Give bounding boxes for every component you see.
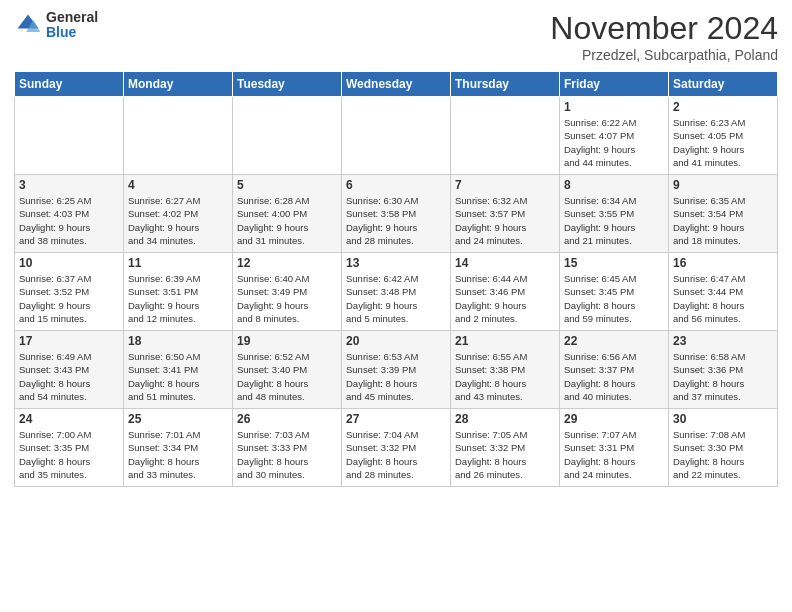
day-info-w3-d2: Sunrise: 6:52 AM Sunset: 3:40 PM Dayligh…	[237, 350, 337, 403]
day-number-w2-d0: 10	[19, 256, 119, 270]
day-info-w1-d3: Sunrise: 6:30 AM Sunset: 3:58 PM Dayligh…	[346, 194, 446, 247]
day-info-w1-d4: Sunrise: 6:32 AM Sunset: 3:57 PM Dayligh…	[455, 194, 555, 247]
day-info-w2-d6: Sunrise: 6:47 AM Sunset: 3:44 PM Dayligh…	[673, 272, 773, 325]
calendar-cell-w0-d0	[15, 97, 124, 175]
calendar-cell-w1-d4: 7Sunrise: 6:32 AM Sunset: 3:57 PM Daylig…	[451, 175, 560, 253]
calendar-cell-w2-d0: 10Sunrise: 6:37 AM Sunset: 3:52 PM Dayli…	[15, 253, 124, 331]
day-info-w2-d4: Sunrise: 6:44 AM Sunset: 3:46 PM Dayligh…	[455, 272, 555, 325]
day-number-w4-d5: 29	[564, 412, 664, 426]
day-info-w1-d0: Sunrise: 6:25 AM Sunset: 4:03 PM Dayligh…	[19, 194, 119, 247]
calendar-cell-w2-d4: 14Sunrise: 6:44 AM Sunset: 3:46 PM Dayli…	[451, 253, 560, 331]
calendar-cell-w4-d2: 26Sunrise: 7:03 AM Sunset: 3:33 PM Dayli…	[233, 409, 342, 487]
header-sunday: Sunday	[15, 72, 124, 97]
day-info-w0-d6: Sunrise: 6:23 AM Sunset: 4:05 PM Dayligh…	[673, 116, 773, 169]
day-info-w1-d6: Sunrise: 6:35 AM Sunset: 3:54 PM Dayligh…	[673, 194, 773, 247]
day-info-w3-d1: Sunrise: 6:50 AM Sunset: 3:41 PM Dayligh…	[128, 350, 228, 403]
calendar-cell-w4-d0: 24Sunrise: 7:00 AM Sunset: 3:35 PM Dayli…	[15, 409, 124, 487]
day-info-w3-d5: Sunrise: 6:56 AM Sunset: 3:37 PM Dayligh…	[564, 350, 664, 403]
day-number-w2-d1: 11	[128, 256, 228, 270]
calendar-cell-w1-d0: 3Sunrise: 6:25 AM Sunset: 4:03 PM Daylig…	[15, 175, 124, 253]
calendar-cell-w3-d4: 21Sunrise: 6:55 AM Sunset: 3:38 PM Dayli…	[451, 331, 560, 409]
header: General Blue November 2024 Przedzel, Sub…	[14, 10, 778, 63]
logo-icon	[14, 11, 42, 39]
header-friday: Friday	[560, 72, 669, 97]
calendar-cell-w3-d1: 18Sunrise: 6:50 AM Sunset: 3:41 PM Dayli…	[124, 331, 233, 409]
day-info-w2-d3: Sunrise: 6:42 AM Sunset: 3:48 PM Dayligh…	[346, 272, 446, 325]
calendar-cell-w1-d2: 5Sunrise: 6:28 AM Sunset: 4:00 PM Daylig…	[233, 175, 342, 253]
day-number-w0-d5: 1	[564, 100, 664, 114]
day-info-w0-d5: Sunrise: 6:22 AM Sunset: 4:07 PM Dayligh…	[564, 116, 664, 169]
day-info-w2-d0: Sunrise: 6:37 AM Sunset: 3:52 PM Dayligh…	[19, 272, 119, 325]
day-number-w2-d4: 14	[455, 256, 555, 270]
day-number-w4-d2: 26	[237, 412, 337, 426]
day-info-w1-d5: Sunrise: 6:34 AM Sunset: 3:55 PM Dayligh…	[564, 194, 664, 247]
day-number-w1-d5: 8	[564, 178, 664, 192]
day-info-w2-d2: Sunrise: 6:40 AM Sunset: 3:49 PM Dayligh…	[237, 272, 337, 325]
calendar-cell-w0-d1	[124, 97, 233, 175]
day-info-w1-d1: Sunrise: 6:27 AM Sunset: 4:02 PM Dayligh…	[128, 194, 228, 247]
calendar-cell-w0-d4	[451, 97, 560, 175]
page: General Blue November 2024 Przedzel, Sub…	[0, 0, 792, 612]
calendar-cell-w1-d5: 8Sunrise: 6:34 AM Sunset: 3:55 PM Daylig…	[560, 175, 669, 253]
calendar-cell-w0-d3	[342, 97, 451, 175]
logo-text: General Blue	[46, 10, 98, 41]
day-info-w3-d0: Sunrise: 6:49 AM Sunset: 3:43 PM Dayligh…	[19, 350, 119, 403]
day-number-w4-d0: 24	[19, 412, 119, 426]
calendar-header-row: Sunday Monday Tuesday Wednesday Thursday…	[15, 72, 778, 97]
calendar-cell-w2-d6: 16Sunrise: 6:47 AM Sunset: 3:44 PM Dayli…	[669, 253, 778, 331]
calendar-cell-w3-d3: 20Sunrise: 6:53 AM Sunset: 3:39 PM Dayli…	[342, 331, 451, 409]
day-number-w3-d2: 19	[237, 334, 337, 348]
week-row-1: 3Sunrise: 6:25 AM Sunset: 4:03 PM Daylig…	[15, 175, 778, 253]
day-info-w4-d4: Sunrise: 7:05 AM Sunset: 3:32 PM Dayligh…	[455, 428, 555, 481]
title-area: November 2024 Przedzel, Subcarpathia, Po…	[550, 10, 778, 63]
day-info-w3-d4: Sunrise: 6:55 AM Sunset: 3:38 PM Dayligh…	[455, 350, 555, 403]
calendar-cell-w4-d6: 30Sunrise: 7:08 AM Sunset: 3:30 PM Dayli…	[669, 409, 778, 487]
calendar-cell-w3-d5: 22Sunrise: 6:56 AM Sunset: 3:37 PM Dayli…	[560, 331, 669, 409]
day-info-w2-d1: Sunrise: 6:39 AM Sunset: 3:51 PM Dayligh…	[128, 272, 228, 325]
calendar-cell-w2-d3: 13Sunrise: 6:42 AM Sunset: 3:48 PM Dayli…	[342, 253, 451, 331]
calendar-cell-w3-d6: 23Sunrise: 6:58 AM Sunset: 3:36 PM Dayli…	[669, 331, 778, 409]
calendar-cell-w3-d0: 17Sunrise: 6:49 AM Sunset: 3:43 PM Dayli…	[15, 331, 124, 409]
header-tuesday: Tuesday	[233, 72, 342, 97]
header-thursday: Thursday	[451, 72, 560, 97]
calendar-cell-w4-d1: 25Sunrise: 7:01 AM Sunset: 3:34 PM Dayli…	[124, 409, 233, 487]
day-info-w3-d6: Sunrise: 6:58 AM Sunset: 3:36 PM Dayligh…	[673, 350, 773, 403]
header-monday: Monday	[124, 72, 233, 97]
day-number-w4-d1: 25	[128, 412, 228, 426]
day-info-w4-d5: Sunrise: 7:07 AM Sunset: 3:31 PM Dayligh…	[564, 428, 664, 481]
calendar-cell-w1-d6: 9Sunrise: 6:35 AM Sunset: 3:54 PM Daylig…	[669, 175, 778, 253]
header-wednesday: Wednesday	[342, 72, 451, 97]
day-number-w2-d6: 16	[673, 256, 773, 270]
day-number-w0-d6: 2	[673, 100, 773, 114]
calendar-cell-w3-d2: 19Sunrise: 6:52 AM Sunset: 3:40 PM Dayli…	[233, 331, 342, 409]
day-number-w3-d0: 17	[19, 334, 119, 348]
calendar-cell-w0-d6: 2Sunrise: 6:23 AM Sunset: 4:05 PM Daylig…	[669, 97, 778, 175]
day-number-w3-d5: 22	[564, 334, 664, 348]
day-number-w3-d6: 23	[673, 334, 773, 348]
calendar-cell-w2-d5: 15Sunrise: 6:45 AM Sunset: 3:45 PM Dayli…	[560, 253, 669, 331]
day-number-w2-d5: 15	[564, 256, 664, 270]
calendar-cell-w1-d1: 4Sunrise: 6:27 AM Sunset: 4:02 PM Daylig…	[124, 175, 233, 253]
week-row-3: 17Sunrise: 6:49 AM Sunset: 3:43 PM Dayli…	[15, 331, 778, 409]
day-number-w3-d3: 20	[346, 334, 446, 348]
day-info-w4-d1: Sunrise: 7:01 AM Sunset: 3:34 PM Dayligh…	[128, 428, 228, 481]
logo: General Blue	[14, 10, 98, 41]
calendar: Sunday Monday Tuesday Wednesday Thursday…	[14, 71, 778, 487]
day-number-w1-d4: 7	[455, 178, 555, 192]
calendar-cell-w0-d5: 1Sunrise: 6:22 AM Sunset: 4:07 PM Daylig…	[560, 97, 669, 175]
day-info-w2-d5: Sunrise: 6:45 AM Sunset: 3:45 PM Dayligh…	[564, 272, 664, 325]
day-number-w1-d1: 4	[128, 178, 228, 192]
subtitle: Przedzel, Subcarpathia, Poland	[550, 47, 778, 63]
week-row-0: 1Sunrise: 6:22 AM Sunset: 4:07 PM Daylig…	[15, 97, 778, 175]
day-number-w4-d4: 28	[455, 412, 555, 426]
week-row-4: 24Sunrise: 7:00 AM Sunset: 3:35 PM Dayli…	[15, 409, 778, 487]
day-number-w1-d3: 6	[346, 178, 446, 192]
calendar-cell-w4-d3: 27Sunrise: 7:04 AM Sunset: 3:32 PM Dayli…	[342, 409, 451, 487]
day-info-w4-d3: Sunrise: 7:04 AM Sunset: 3:32 PM Dayligh…	[346, 428, 446, 481]
logo-blue-text: Blue	[46, 25, 98, 40]
day-number-w3-d4: 21	[455, 334, 555, 348]
header-saturday: Saturday	[669, 72, 778, 97]
calendar-cell-w2-d1: 11Sunrise: 6:39 AM Sunset: 3:51 PM Dayli…	[124, 253, 233, 331]
day-number-w2-d2: 12	[237, 256, 337, 270]
day-info-w1-d2: Sunrise: 6:28 AM Sunset: 4:00 PM Dayligh…	[237, 194, 337, 247]
